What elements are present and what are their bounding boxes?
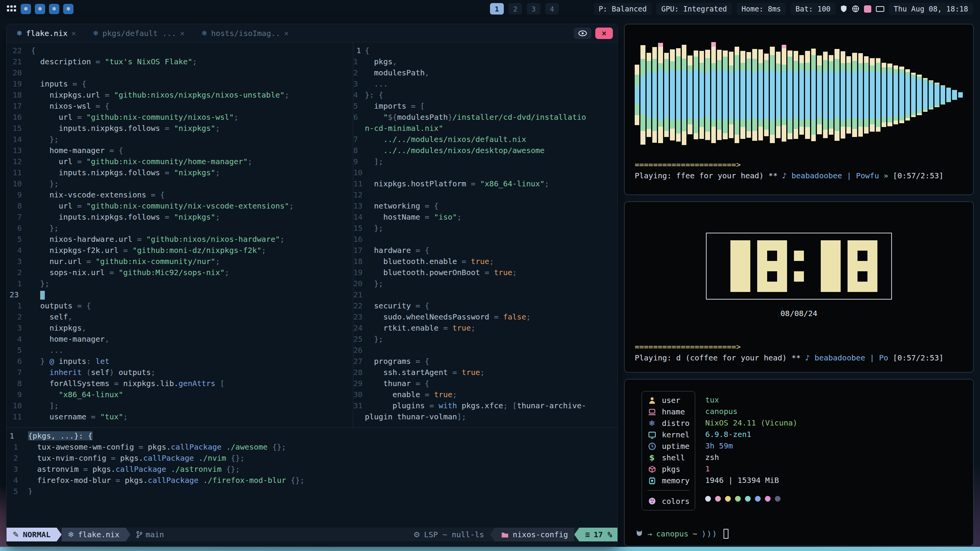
code-line[interactable]: 21	[353, 289, 618, 300]
code-line[interactable]: 18 nixpkgs.url = "github:nixos/nixpkgs/n…	[7, 90, 353, 101]
code-line[interactable]: 12 url = "github:nix-community/home-mana…	[7, 156, 353, 167]
code-line[interactable]: 8 forAllSystems = nixpkgs.lib.genAttrs [	[7, 378, 353, 389]
code-line[interactable]: 24 rtkit.enable = true;	[353, 323, 618, 334]
snowflake-tag-icon[interactable]: ❄	[49, 4, 59, 14]
close-tab-icon[interactable]: ×	[284, 29, 289, 38]
code-line[interactable]: 19 inputs = {	[7, 78, 353, 90]
workspace-button[interactable]: 4	[545, 3, 559, 15]
code-line[interactable]: 10 ];	[7, 400, 353, 411]
code-line[interactable]: 26	[353, 345, 618, 356]
code-line[interactable]: 10	[353, 167, 618, 178]
code-line[interactable]: 6 };	[7, 223, 353, 234]
code-line[interactable]: 2 tux-nvim-config = pkgs.callPackage ./n…	[7, 453, 618, 464]
code-line[interactable]: 4 firefox-mod-blur = pkgs.callPackage ./…	[7, 475, 618, 486]
editor-tab[interactable]: ❄flake.nix×	[16, 29, 76, 38]
code-line[interactable]: 1 };	[7, 278, 353, 289]
code-line[interactable]: 31 plugins = with pkgs.xfce; [thunar-arc…	[353, 400, 618, 411]
code-line[interactable]: 17 nixos-wsl = {	[7, 101, 353, 112]
pane-pkgs-default[interactable]: 1{pkgs, ...}: {1 tux-awesome-wm-config =…	[7, 427, 618, 495]
code-line[interactable]: 13 networking = {	[353, 201, 618, 212]
code-line[interactable]: 1{pkgs, ...}: {	[7, 430, 618, 442]
code-line[interactable]: 3 astronvim = pkgs.callPackage ./astronv…	[7, 464, 618, 475]
code-line[interactable]: 1 tux-awesome-wm-config = pkgs.callPacka…	[7, 442, 618, 453]
code-line[interactable]: 21 description = "tux's NixOS Flake";	[7, 56, 353, 67]
code-line[interactable]: 7 ../../modules/nixos/default.nix	[353, 134, 618, 145]
code-line[interactable]: 15 inputs.nixpkgs.follows = "nixpkgs";	[7, 123, 353, 134]
code-line[interactable]: 3 nixpkgs,	[7, 323, 353, 334]
code-line[interactable]: 1{	[353, 45, 618, 56]
code-line[interactable]: 22 security = {	[353, 300, 618, 311]
code-line[interactable]: 15 };	[353, 223, 618, 234]
code-line[interactable]: 13 home-manager = {	[7, 145, 353, 156]
screenshot-icon[interactable]	[864, 5, 871, 13]
code-line[interactable]: plugin thunar-volman];	[353, 411, 618, 422]
code-line[interactable]: 5 ...	[7, 345, 353, 356]
code-line[interactable]: 5 nixos-hardware.url = "github:nixos/nix…	[7, 234, 353, 245]
code-line[interactable]: 2 sops-nix.url = "github:Mic92/sops-nix"…	[7, 267, 353, 278]
code-line[interactable]: 16 url = "github:nix-community/nixos-wsl…	[7, 112, 353, 123]
code-line[interactable]: 1 pkgs,	[353, 56, 618, 67]
systray-icon[interactable]	[876, 6, 884, 12]
code-line[interactable]: 16	[353, 234, 618, 245]
code-line[interactable]: 22{	[7, 45, 353, 56]
code-line[interactable]: 7 inputs.nixpkgs.follows = "nixpkgs";	[7, 212, 353, 223]
code-line[interactable]: 3 nur.url = "github:nix-community/nur";	[7, 256, 353, 267]
code-line[interactable]: 27 programs = {	[353, 356, 618, 367]
workspace-button[interactable]: 1	[490, 3, 504, 15]
snowflake-tag-icon[interactable]: ❄	[21, 4, 31, 14]
code-line[interactable]: 9 nix-vscode-extensions = {	[7, 189, 353, 201]
code-line[interactable]: 23	[7, 289, 353, 300]
code-line[interactable]: 19 bluetooth.powerOnBoot = true;	[353, 267, 618, 278]
code-line[interactable]: 18 bluetooth.enable = true;	[353, 256, 618, 267]
code-line[interactable]: 7 inherit (self) outputs;	[7, 367, 353, 378]
code-line[interactable]: 2 self,	[7, 311, 353, 323]
reader-toggle-button[interactable]	[574, 28, 591, 39]
close-tab-icon[interactable]: ×	[180, 29, 185, 38]
shield-icon[interactable]	[840, 5, 847, 13]
code-line[interactable]: 8 ../../modules/nixos/desktop/awesome	[353, 145, 618, 156]
editor-tab[interactable]: ❄pkgs/default ...×	[93, 29, 185, 38]
launcher-icon[interactable]	[7, 5, 16, 12]
code-line[interactable]: 14 hostName = "iso";	[353, 212, 618, 223]
code-line[interactable]: 5}	[7, 486, 618, 495]
code-line[interactable]: 5 imports = [	[353, 101, 618, 112]
code-line[interactable]: 29 thunar = {	[353, 378, 618, 389]
code-line[interactable]: 11 username = "tux";	[7, 411, 353, 422]
code-line[interactable]: 20	[7, 67, 353, 78]
code-line[interactable]: 17 hardware = {	[353, 245, 618, 256]
workspace-button[interactable]: 3	[527, 3, 541, 15]
pane-flake-nix[interactable]: 22{21 description = "tux's NixOS Flake";…	[7, 42, 353, 427]
code-line[interactable]: 28 ssh.startAgent = true;	[353, 367, 618, 378]
editor-tab[interactable]: ❄hosts/isoImag..×	[201, 29, 289, 38]
code-line[interactable]: 4}: {	[353, 90, 618, 101]
code-line[interactable]: 9 "x86_64-linux"	[7, 389, 353, 400]
code-line[interactable]: 11 inputs.nixpkgs.follows = "nixpkgs";	[7, 167, 353, 178]
code-line[interactable]: 20 };	[353, 278, 618, 289]
pane-iso-image[interactable]: 1{1 pkgs,2 modulesPath,3 ...4}: {5 impor…	[353, 42, 618, 427]
snowflake-tag-icon[interactable]: ❄	[35, 4, 45, 14]
code-line[interactable]: 6 } @ inputs: let	[7, 356, 353, 367]
code-line[interactable]: 2 modulesPath,	[353, 67, 618, 78]
window-close-button[interactable]: ×	[595, 28, 613, 39]
code-line[interactable]: 1 outputs = {	[7, 300, 353, 311]
snowflake-tag-icon[interactable]: ❄	[63, 4, 74, 14]
code-line[interactable]: 30 enable = true;	[353, 389, 618, 400]
code-line[interactable]: 9 ];	[353, 156, 618, 167]
code-line[interactable]: 12	[353, 189, 618, 201]
code-line[interactable]: 14 };	[7, 134, 353, 145]
code-line[interactable]: 3 ...	[353, 78, 618, 90]
code-line[interactable]: 8 url = "github:nix-community/nix-vscode…	[7, 201, 353, 212]
workspace-button[interactable]: 2	[508, 3, 522, 15]
close-tab-icon[interactable]: ×	[71, 29, 76, 38]
code-line[interactable]: 25 };	[353, 334, 618, 345]
code-line[interactable]: 4 home-manager,	[7, 334, 353, 345]
shell-prompt[interactable]: → canopus ~ )))	[635, 529, 728, 539]
network-icon[interactable]	[852, 5, 859, 13]
code-line[interactable]: 11 nixpkgs.hostPlatform = "x86_64-linux"…	[353, 178, 618, 189]
code-line[interactable]: 6 "${modulesPath}/installer/cd-dvd/insta…	[353, 112, 618, 123]
code-line[interactable]: 4 nixpkgs-f2k.url = "github:moni-dz/nixp…	[7, 245, 353, 256]
code-line[interactable]: 23 sudo.wheelNeedsPassword = false;	[353, 311, 618, 323]
clock[interactable]: Thu Aug 08, 18:18	[889, 3, 973, 15]
code-line[interactable]: n-cd-minimal.nix"	[353, 123, 618, 134]
code-line[interactable]: 10 };	[7, 178, 353, 189]
